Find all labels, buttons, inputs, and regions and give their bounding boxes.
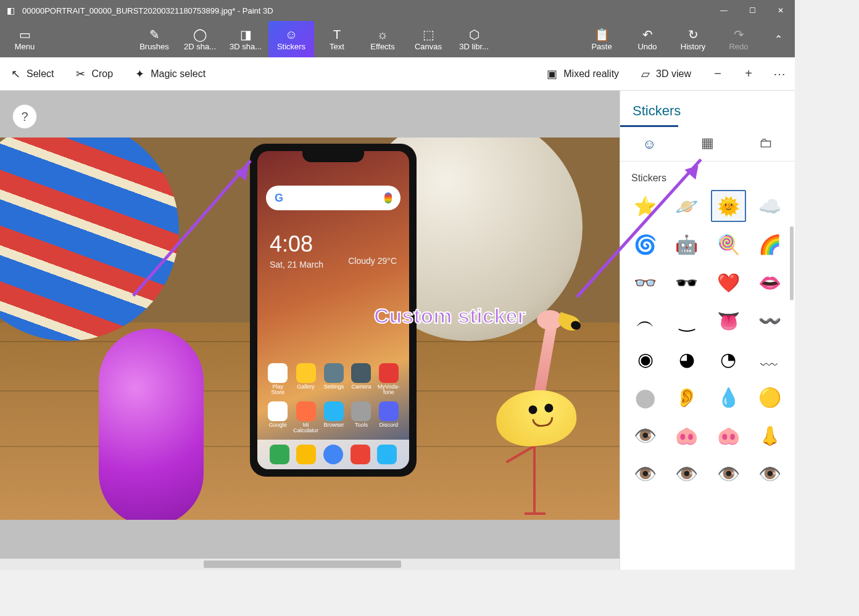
shapes2d-icon: ◯ — [193, 27, 207, 42]
sticker-pig-nose[interactable]: 🐽 — [711, 419, 746, 451]
collapse-ribbon-button[interactable]: ⌃ — [761, 21, 795, 57]
sticker-eye-side[interactable]: ◕ — [669, 343, 704, 375]
undo-button[interactable]: ↶Undo — [625, 21, 670, 57]
secondary-toolbar: ↖Select ✂Crop ✦Magic select ▣Mixed reali… — [0, 57, 795, 91]
stickers-button[interactable]: ☺Stickers — [268, 21, 314, 57]
redo-icon: ↷ — [734, 27, 744, 42]
zoom-in-button[interactable]: + — [733, 57, 764, 90]
sticker-eye-blue-cat[interactable]: 👁️ — [669, 458, 704, 490]
sticker-planet[interactable]: 🪐 — [669, 190, 704, 222]
horizontal-scrollbar[interactable] — [0, 559, 620, 570]
sticker-eyebrow[interactable]: ﹏ — [752, 343, 787, 375]
magic-icon: ✦ — [135, 67, 144, 81]
sticker-grin-mouth[interactable]: ‿ — [669, 305, 704, 337]
canvas-image[interactable]: G 4:08 Sat, 21 March Cloudy 29°C Play St… — [0, 138, 620, 520]
sticker-eye-dot[interactable]: ◉ — [628, 343, 663, 375]
app-icon: ◧ — [0, 0, 21, 21]
purple-capsule-object — [99, 329, 204, 520]
ribbon: ▭ Menu ✎Brushes ◯2D sha... ◨3D sha... ☺S… — [0, 21, 795, 57]
panel-scrollbar[interactable] — [790, 226, 794, 300]
canvas-button[interactable]: ⬚Canvas — [405, 21, 451, 57]
sticker-dog-nose[interactable]: 🐽 — [669, 419, 704, 451]
crop-icon: ✂ — [76, 67, 85, 81]
folder-icon: ▭ — [19, 27, 31, 42]
sticker-robot[interactable]: 🤖 — [669, 228, 704, 260]
close-button[interactable]: ✕ — [766, 0, 795, 21]
more-button[interactable]: ⋯ — [764, 57, 795, 90]
phone-date: Sat, 21 March — [270, 260, 323, 269]
phone-time: 4:08 — [270, 231, 313, 257]
sticker-drop-pink[interactable]: 💧 — [711, 381, 746, 413]
sticker-blob-grey[interactable]: ⬤ — [628, 381, 663, 413]
zoom-out-button[interactable]: − — [702, 57, 733, 90]
sticker-eyelash[interactable]: 👁️ — [628, 419, 663, 451]
sticker-lollipop[interactable]: 🍭 — [711, 228, 746, 260]
sticker-sunglasses[interactable]: 🕶️ — [669, 266, 704, 298]
sticker-rainbow[interactable]: 🌈 — [752, 228, 787, 260]
cursor-icon: ↖ — [11, 67, 20, 81]
sticker-tongue[interactable]: 👅 — [711, 305, 746, 337]
view3d-icon: ▱ — [641, 67, 650, 81]
text-icon: T — [333, 27, 341, 42]
library-icon: ⬡ — [469, 27, 479, 42]
sticker-blob-yellow[interactable]: 🟡 — [752, 381, 787, 413]
3d-view-button[interactable]: ▱3D view — [630, 57, 702, 90]
effects-icon: ☼ — [377, 27, 388, 42]
undo-icon: ↶ — [642, 27, 653, 42]
2d-shapes-button[interactable]: ◯2D sha... — [177, 21, 223, 57]
minimize-button[interactable]: — — [710, 0, 738, 21]
sticker-eye-up[interactable]: ◔ — [711, 343, 746, 375]
sticker-nose[interactable]: 👃 — [752, 419, 787, 451]
text-button[interactable]: TText — [314, 21, 360, 57]
window-title: 00000PORTRAIT_00000_BURST202003211807538… — [21, 6, 710, 15]
menu-label: Menu — [15, 42, 35, 51]
help-button[interactable]: ? — [12, 104, 37, 129]
sticker-lips[interactable]: 👄 — [752, 266, 787, 298]
sticker-mustache[interactable]: 〰️ — [752, 305, 787, 337]
crop-tool[interactable]: ✂Crop — [65, 57, 124, 90]
titlebar: ◧ 00000PORTRAIT_00000_BURST2020032118075… — [0, 0, 795, 21]
effects-button[interactable]: ☼Effects — [360, 21, 405, 57]
menu-button[interactable]: ▭ Menu — [0, 21, 49, 57]
sticker-eye-green[interactable]: 👁️ — [628, 458, 663, 490]
sticker-heart[interactable]: ❤️ — [711, 266, 746, 298]
sticker-glasses[interactable]: 👓 — [628, 266, 663, 298]
stickers-tab-shapes[interactable]: ☺ — [620, 125, 678, 161]
annotation-text: Custom sticker — [374, 304, 526, 328]
stickers-icon: ☺ — [285, 27, 297, 42]
sticker-eye-amber[interactable]: 👁️ — [711, 458, 746, 490]
paste-icon: 📋 — [594, 27, 610, 42]
sticker-sun[interactable]: 🌞 — [711, 190, 746, 222]
canvas-area[interactable]: ? G 4:08 Sat, 21 March Cloudy 29°C Play … — [0, 91, 620, 570]
3d-library-button[interactable]: ⬡3D libr... — [451, 21, 497, 57]
select-tool[interactable]: ↖Select — [0, 57, 65, 90]
history-button[interactable]: ↻History — [670, 21, 716, 57]
redo-button[interactable]: ↷Redo — [716, 21, 761, 57]
sticker-grid: ⭐🪐🌞☁️🌀🤖🍭🌈👓🕶️❤️👄︵‿👅〰️◉◕◔﹏⬤👂💧🟡👁️🐽🐽👃👁️👁️👁️👁… — [620, 187, 795, 492]
shapes3d-icon: ◨ — [240, 27, 252, 42]
mixed-reality-button[interactable]: ▣Mixed reality — [536, 57, 630, 90]
flamingo-sticker-object — [478, 316, 576, 514]
3d-shapes-button[interactable]: ◨3D sha... — [223, 21, 268, 57]
sticker-cloud[interactable]: ☁️ — [752, 190, 787, 222]
sticker-ear[interactable]: 👂 — [669, 381, 704, 413]
panel-title: Stickers — [620, 91, 795, 125]
paste-button[interactable]: 📋Paste — [579, 21, 625, 57]
magic-select-tool[interactable]: ✦Magic select — [124, 57, 217, 90]
phone-weather: Cloudy 29°C — [348, 256, 397, 266]
sticker-frown-mouth[interactable]: ︵ — [628, 305, 663, 337]
canvas-icon: ⬚ — [423, 27, 434, 42]
mr-icon: ▣ — [547, 67, 557, 81]
brush-icon: ✎ — [149, 27, 160, 42]
brushes-button[interactable]: ✎Brushes — [131, 21, 177, 57]
history-icon: ↻ — [688, 27, 699, 42]
maximize-button[interactable]: ☐ — [738, 0, 766, 21]
stickers-tab-textures[interactable]: ▦ — [678, 125, 736, 161]
stickers-tab-custom[interactable]: 🗀 — [737, 125, 795, 161]
sticker-eye-blue[interactable]: 👁️ — [752, 458, 787, 490]
stickers-panel: Stickers ☺ ▦ 🗀 Stickers ⭐🪐🌞☁️🌀🤖🍭🌈👓🕶️❤️👄︵… — [620, 91, 795, 570]
